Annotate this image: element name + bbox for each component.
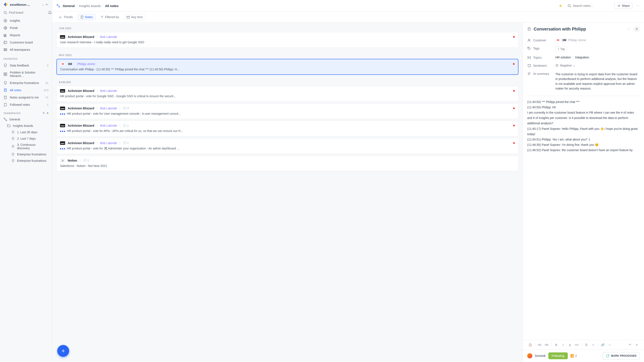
nav-reports[interactable]: Reports [0, 31, 52, 39]
note-card[interactable]: ▬▬ Activision Blizzard | Bob Lalonde Use… [56, 32, 518, 48]
note-card[interactable]: ▬▬ Activision Blizzard | Bob Lalonde | 📄… [56, 138, 518, 154]
topic[interactable]: Integration [575, 56, 589, 59]
highlight-dots [60, 113, 65, 115]
fav-enterprise-frustrations[interactable]: Enterprise frustrations31 [0, 79, 52, 87]
star-icon[interactable]: ★ [559, 3, 562, 8]
search-notes-input[interactable] [573, 4, 610, 7]
svg-point-2 [4, 11, 6, 14]
paste-icon[interactable]: 📋 [527, 342, 533, 348]
company-name: Activision Blizzard [68, 35, 94, 39]
mark-processed-button[interactable]: MARK PROCESSED [603, 352, 640, 360]
sentiment-label: Sentiment [533, 64, 547, 67]
svg-point-43 [618, 5, 619, 6]
tree-continuous[interactable]: 3. Continuous discovery [0, 142, 52, 151]
sort-icon[interactable]: ⇅ [43, 112, 45, 115]
nav-customers[interactable]: Customers board [0, 39, 52, 46]
italic-button[interactable]: I [560, 342, 566, 348]
search-notes[interactable] [565, 2, 612, 9]
note-card[interactable]: ◻ Notion | 📄 1 Salesforce - Notion - Not… [56, 156, 518, 172]
add-teamspace-icon[interactable]: ⊕ [46, 112, 49, 115]
add-note-fab[interactable]: + [57, 345, 69, 357]
sentiment-value[interactable]: ☹Negative ⌄ [556, 64, 576, 67]
teamspaces-icon [4, 48, 7, 52]
nav-portal[interactable]: Portal [0, 24, 52, 31]
h2-button[interactable]: H2 [544, 342, 550, 348]
check-button[interactable]: ✔ [634, 342, 640, 348]
tree-last-7[interactable]: 2. Last 7 days [0, 135, 52, 142]
more-format-button[interactable]: ⋯ [607, 342, 612, 348]
unread-dot [513, 125, 515, 126]
ordered-list-button[interactable]: ≡ [590, 342, 596, 348]
share-button[interactable]: Share [614, 2, 632, 9]
tree-insights-boards[interactable]: Insights boards [0, 123, 52, 129]
svg-point-63 [530, 56, 530, 57]
summary-label: AI summary [533, 72, 549, 75]
svg-rect-17 [4, 75, 5, 76]
fav-data-feedback[interactable]: Data feedback0 [0, 62, 52, 69]
author-name: Bob Lalonde [100, 107, 117, 110]
add-tag-button[interactable]: + Tag [556, 46, 567, 51]
nav-insights[interactable]: Insights [0, 17, 52, 24]
date-filter-button[interactable]: Any time [124, 14, 146, 20]
collapse-sidebar-icon[interactable]: ⇤ [46, 3, 48, 6]
fav-followed-notes[interactable]: Followed notes1 [0, 101, 52, 108]
following-button[interactable]: Following [548, 353, 568, 359]
comment-count: 📄 1 [123, 141, 128, 145]
underline-button[interactable]: U [567, 342, 573, 348]
filter-button[interactable]: Filtered by [98, 14, 122, 20]
heart-icon [527, 64, 531, 68]
note-card-selected[interactable]: 3M 3M Philipp Jonne Conversation with Ph… [56, 59, 518, 75]
undo-button[interactable]: ↶ [627, 342, 633, 348]
h1-button[interactable]: H1 [537, 342, 543, 348]
fav-all-notes[interactable]: All notes473 [0, 87, 52, 94]
topic[interactable]: HR solution [556, 56, 571, 59]
chevron-down-icon[interactable]: ⌄ [42, 3, 44, 6]
link-button[interactable]: 🔗 [600, 342, 606, 348]
svg-point-59 [528, 39, 530, 40]
company-name: Activision Blizzard [68, 124, 94, 127]
tree-general[interactable]: General [0, 116, 52, 123]
detail-title: Conversation with Philipp [534, 27, 624, 31]
svg-rect-14 [6, 50, 7, 51]
search-icon [4, 11, 7, 14]
note-card[interactable]: ▬▬ Activision Blizzard | Bob Lalonde HR … [56, 86, 518, 102]
bulb-icon [11, 137, 15, 141]
crumb-general[interactable]: General [63, 4, 75, 8]
find-board-input[interactable] [9, 11, 46, 14]
tree-ent-frust-1[interactable]: Enterprise frustrations [0, 151, 52, 158]
company-name: Activision Blizzard [68, 141, 94, 145]
code-button[interactable]: </> [574, 342, 580, 348]
note-body-content[interactable]: (11:40:50) *** Philipp joined the chat *… [523, 99, 644, 340]
detail-more-icon[interactable]: ⋯ [626, 26, 631, 31]
group-jun: JUN 2023 [56, 23, 518, 32]
notes-icon [4, 96, 7, 99]
note-card[interactable]: ▬▬ Activision Blizzard | Bob Lalonde | 📄… [56, 103, 518, 119]
fav-problem-solution[interactable]: Problem & Solution Hierarch... [0, 69, 52, 79]
fav-notes-assigned[interactable]: Notes assigned to me71 [0, 94, 52, 101]
comment-count: 📄 3 [123, 107, 128, 110]
tree-ent-frust-2[interactable]: Enterprise frustrations [0, 158, 52, 164]
bullet-list-button[interactable]: ☰ [583, 342, 589, 348]
tab-notes[interactable]: Notes [78, 14, 96, 20]
nodes-icon [56, 4, 60, 8]
note-card[interactable]: ▬▬ Activision Blizzard | Bob Lalonde | 📄… [56, 121, 518, 137]
svg-point-41 [568, 4, 570, 7]
author-name: Bob Lalonde [100, 141, 117, 145]
tab-trends[interactable]: Trends [56, 14, 76, 20]
close-icon[interactable]: ✕ [634, 26, 640, 32]
tree-last-30[interactable]: 1. Last 30 days [0, 129, 52, 135]
bold-button[interactable]: B [553, 342, 559, 348]
nav-teamspaces[interactable]: All teamspaces [0, 46, 52, 53]
nodes-icon [4, 118, 7, 121]
avatar[interactable] [527, 353, 532, 358]
more-icon[interactable]: ⋯ [635, 3, 640, 8]
workspace-name[interactable]: excellence-... [10, 3, 40, 6]
crumb-all-notes[interactable]: All notes [105, 4, 118, 8]
tags-label: Tags [533, 47, 540, 50]
crumb-insights[interactable]: Insights boards [79, 4, 101, 8]
notes-list: JUN 2023 ▬▬ Activision Blizzard | Bob La… [52, 23, 523, 362]
svg-line-40 [58, 5, 59, 6]
svg-point-65 [530, 58, 530, 59]
author-name: Bob Lalonde [100, 35, 117, 39]
bell-icon[interactable] [48, 11, 52, 14]
